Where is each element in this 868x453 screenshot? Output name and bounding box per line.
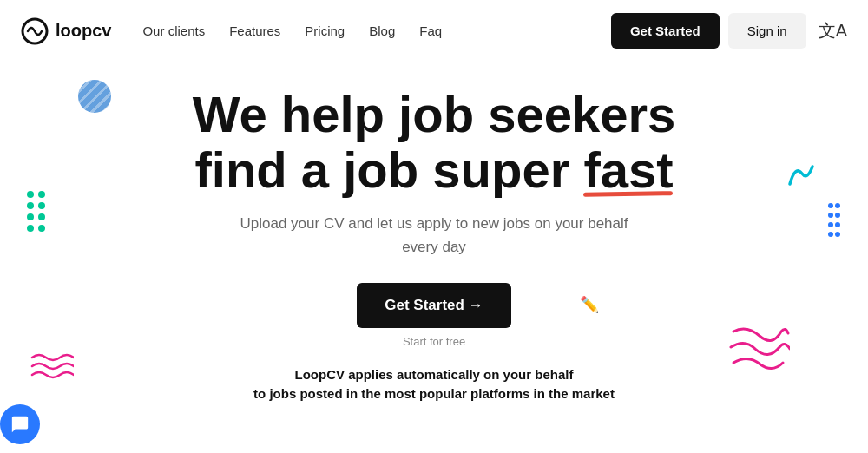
svg-point-10 — [835, 203, 840, 208]
hero-title-line1: We help job seekers — [193, 86, 676, 142]
hero-section: ✏️ We help job seekers find a job super … — [0, 62, 868, 404]
svg-point-9 — [828, 203, 833, 208]
hero-title-highlighted: fast — [583, 142, 673, 198]
hero-bottom-line2: to jobs posted in the most popular platf… — [253, 386, 615, 401]
language-icon[interactable]: 文A — [819, 19, 847, 43]
start-free-text: Start for free — [17, 335, 851, 348]
get-started-nav-button[interactable]: Get Started — [611, 13, 720, 49]
nav-link-pricing[interactable]: Pricing — [305, 23, 345, 38]
hero-title: We help job seekers find a job super fas… — [17, 87, 851, 198]
sign-in-button[interactable]: Sign in — [728, 13, 806, 49]
hero-title-line2-before: find a job super — [194, 141, 583, 198]
nav-right: Get Started Sign in 文A — [611, 13, 847, 49]
get-started-hero-button[interactable]: Get Started → — [357, 283, 510, 328]
logo-icon — [21, 17, 49, 45]
svg-point-3 — [27, 202, 34, 209]
chat-icon — [10, 415, 30, 434]
deco-pencil-icon: ✏️ — [580, 295, 599, 314]
nav-left: loopcv Our clients Features Pricing Blog… — [21, 17, 442, 45]
nav-item-features[interactable]: Features — [229, 23, 280, 39]
nav-item-blog[interactable]: Blog — [369, 23, 395, 39]
nav-link-features[interactable]: Features — [229, 23, 280, 38]
nav-links: Our clients Features Pricing Blog Faq — [142, 23, 442, 39]
chat-bubble-button[interactable] — [0, 404, 40, 444]
hero-subtitle: Upload your CV and let us apply to new j… — [17, 212, 851, 259]
nav-link-faq[interactable]: Faq — [419, 23, 442, 38]
hero-bottom-line1: LoopCV applies automatically on your beh… — [295, 367, 574, 382]
nav-item-faq[interactable]: Faq — [419, 23, 442, 39]
navbar: loopcv Our clients Features Pricing Blog… — [0, 0, 868, 62]
svg-point-4 — [38, 202, 45, 209]
nav-item-our-clients[interactable]: Our clients — [142, 23, 205, 39]
nav-item-pricing[interactable]: Pricing — [305, 23, 345, 39]
logo-text: loopcv — [56, 21, 111, 41]
logo[interactable]: loopcv — [21, 17, 111, 45]
nav-link-blog[interactable]: Blog — [369, 23, 395, 38]
hero-subtitle-line1: Upload your CV and let us apply to new j… — [240, 215, 628, 232]
hero-subtitle-line2: every day — [402, 239, 466, 255]
hero-bottom-text: LoopCV applies automatically on your beh… — [17, 365, 851, 404]
nav-link-our-clients[interactable]: Our clients — [142, 23, 205, 38]
